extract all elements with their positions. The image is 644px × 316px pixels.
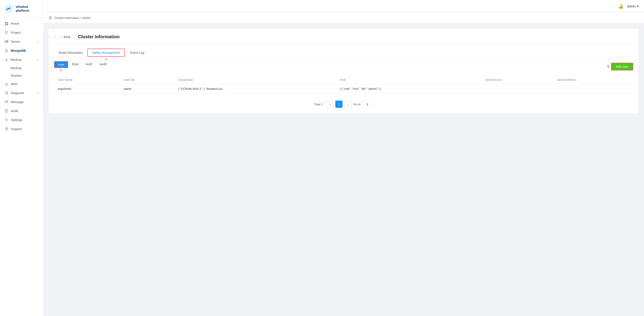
sub-tabs-section: User Role Auth Audit	[54, 61, 633, 72]
sidebar-item-backup-sub-label: Backup	[11, 66, 22, 70]
sidebar-item-backup[interactable]: Backup ▾	[0, 55, 43, 64]
sidebar-nav: Home Project Server ▾ MongoDB	[0, 17, 43, 316]
breadcrumb-menu-icon: ☰	[49, 16, 52, 20]
tab-event-log[interactable]: Event Log	[126, 49, 149, 57]
content-area: ☰ Cluster Information > test01 ← ← Back …	[43, 12, 644, 316]
sidebar-item-server-label: Server	[11, 40, 20, 43]
table-header: User Name Auth DB Credentials Role Clien…	[54, 75, 633, 84]
svg-text:!: !	[6, 84, 7, 85]
cell-username: wapAdmin	[54, 84, 120, 93]
sidebar-item-settings[interactable]: Settings	[0, 116, 43, 125]
sub-tabs: User Role Auth Audit	[54, 61, 110, 68]
support-icon	[4, 127, 8, 131]
sub-tab-audit[interactable]: Audit	[96, 61, 110, 68]
table-row: wapAdmin admin { "SCRAM-SHA-1": { "itera…	[54, 84, 633, 93]
goto-section: Go to	[353, 101, 373, 108]
sub-tab-user-wrapper: User	[54, 61, 68, 68]
tab-safety-management[interactable]: Safety Management	[87, 49, 124, 57]
col-role: Role	[336, 75, 482, 84]
server-icon	[4, 40, 8, 44]
add-user-area: 5 Add User	[607, 63, 633, 70]
sidebar-item-support[interactable]: Support	[0, 125, 43, 134]
settings-icon	[4, 118, 8, 122]
logo-icon	[4, 3, 14, 13]
diagnose-icon	[4, 91, 8, 95]
svg-point-8	[7, 40, 8, 41]
svg-point-16	[6, 130, 7, 130]
cell-credentials: { "SCRAM-SHA-1": { "iterationCou...	[174, 84, 336, 93]
annotation-5-label: 5	[607, 65, 609, 69]
diagnose-chevron-icon: ▾	[38, 92, 38, 94]
sidebar-item-audit[interactable]: Audit	[0, 107, 43, 116]
total-count: Total 1	[314, 103, 323, 106]
svg-rect-5	[7, 24, 8, 25]
logo-text: whaleal platform	[16, 5, 29, 12]
col-serveraddress: ServerAddress	[553, 75, 633, 84]
sidebar-item-audit-label: Audit	[11, 109, 18, 113]
page-header: ← ← Back Cluster Information	[54, 34, 633, 44]
sidebar-item-server[interactable]: Server ▾	[0, 37, 43, 46]
sidebar-item-diagnose-label: Diagnose	[11, 91, 24, 95]
sidebar-item-settings-label: Settings	[11, 118, 22, 122]
logo: whaleal platform	[0, 0, 43, 17]
sidebar-item-home-label: Home	[11, 22, 19, 25]
svg-point-1	[10, 7, 11, 8]
page-1-button[interactable]: 1	[335, 101, 342, 108]
server-chevron-icon: ▾	[38, 40, 38, 43]
page-card: ← ← Back Cluster Information Node Inform…	[49, 29, 638, 113]
user-menu-chevron-icon: ▾	[637, 4, 638, 8]
table-header-row: User Name Auth DB Credentials Role Clien…	[54, 75, 633, 84]
breadcrumb: Cluster Information > test01	[54, 16, 91, 19]
annotation-4-label: 4	[54, 68, 67, 72]
sidebar: whaleal platform Home Project Server ▾	[0, 0, 43, 316]
main-tabs: Node Information Safety Management 3 Eve…	[54, 49, 633, 57]
sidebar-item-project[interactable]: Project	[0, 28, 43, 37]
sidebar-item-mongodb[interactable]: MongoDB	[0, 46, 43, 55]
next-page-button[interactable]: ›	[344, 101, 352, 108]
cell-authdb: admin	[120, 84, 174, 93]
pagination: Total 1 ‹ 1 › Go to	[54, 98, 633, 108]
sidebar-item-project-label: Project	[11, 31, 21, 34]
notification-bell-icon[interactable]: 🔔	[618, 4, 624, 9]
sidebar-item-message[interactable]: Message	[0, 97, 43, 107]
flag-icon	[4, 31, 8, 35]
sidebar-item-alert[interactable]: ! Alert	[0, 79, 43, 88]
svg-rect-3	[7, 22, 8, 23]
user-menu[interactable]: admin ▾	[627, 4, 638, 8]
svg-point-14	[6, 119, 7, 121]
col-authdb: Auth DB	[120, 75, 174, 84]
sidebar-item-message-label: Message	[11, 100, 24, 104]
col-clientsource: ClientSource	[482, 75, 553, 84]
sub-tab-user[interactable]: User	[54, 61, 68, 68]
cell-role: [ { "role": "root", "db": "admin" } ]	[336, 84, 482, 93]
sub-tabs-row: User Role Auth Audit	[54, 61, 633, 72]
sidebar-item-home[interactable]: Home	[0, 19, 43, 28]
annotation-3-label: 3	[105, 58, 107, 61]
sidebar-item-mongodb-label: MongoDB	[11, 49, 26, 52]
sidebar-item-backup-sub[interactable]: Backup	[0, 64, 43, 72]
sidebar-item-alert-label: Alert	[11, 82, 17, 86]
cell-serveraddress	[553, 84, 633, 93]
table-body: wapAdmin admin { "SCRAM-SHA-1": { "itera…	[54, 84, 633, 93]
tab-node-information[interactable]: Node Information	[54, 49, 87, 57]
username-label: admin	[627, 4, 636, 8]
breadcrumb-bar: ☰ Cluster Information > test01	[43, 12, 644, 23]
sub-tab-role[interactable]: Role	[69, 61, 82, 68]
sub-tabs-wrapper: User Role Auth Audit	[54, 61, 110, 72]
back-label: ← Back	[60, 35, 70, 39]
col-credentials: Credentials	[174, 75, 336, 84]
goto-label: Go to	[353, 103, 360, 106]
main-content: 🔔 admin ▾ ☰ Cluster Information > test01…	[43, 0, 644, 316]
sidebar-item-backup-label: Backup	[11, 58, 22, 61]
sidebar-item-restore-sub[interactable]: Restore	[0, 72, 43, 79]
mongodb-icon	[4, 49, 8, 53]
prev-page-button[interactable]: ‹	[326, 101, 334, 108]
svg-point-9	[7, 42, 8, 42]
back-button[interactable]: ← ← Back	[54, 35, 70, 39]
alert-icon: !	[4, 82, 8, 86]
goto-input[interactable]	[362, 101, 373, 108]
svg-rect-2	[5, 22, 6, 23]
sidebar-item-diagnose[interactable]: Diagnose ▾	[0, 88, 43, 97]
sub-tab-auth[interactable]: Auth	[82, 61, 96, 68]
add-user-button[interactable]: Add User	[611, 63, 633, 70]
